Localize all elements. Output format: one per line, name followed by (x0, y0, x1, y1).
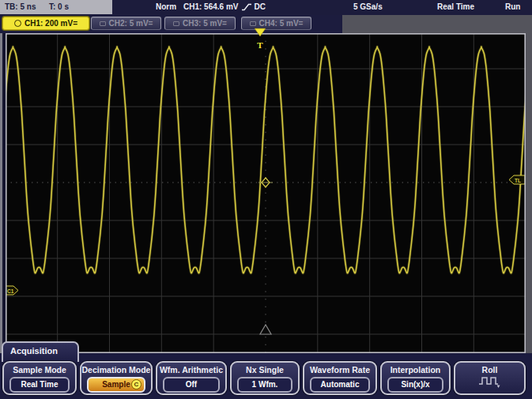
channel-off-icon (100, 21, 106, 26)
softkey-value: Off (163, 377, 220, 393)
softkey-roll[interactable]: Roll (454, 361, 526, 395)
channel-on-icon (14, 20, 21, 27)
softkey-nx-single[interactable]: Nx Single1 Wfm. (230, 361, 300, 395)
trigger-position-marker[interactable]: T (254, 26, 266, 48)
softkey-sample-mode[interactable]: Sample ModeReal Time (2, 361, 77, 395)
channel1-position-marker[interactable]: C1 (6, 286, 18, 295)
timebase-box[interactable]: TB: 5 ns T: 0 s (0, 0, 112, 14)
softkey-label: Waveform Rate (304, 365, 375, 375)
softkey-label: Sample Mode (4, 365, 75, 375)
circled-c-badge: C (131, 379, 141, 390)
trigger-level-marker[interactable]: TL (509, 175, 525, 184)
square-wave-icon (478, 375, 502, 390)
oscilloscope-screen: TB: 5 ns T: 0 s Norm CH1: 564.6 mV DC 5 … (0, 0, 532, 399)
channel-tab-label: CH2: 5 mV= (109, 19, 153, 28)
softkey-value: Automatic (310, 377, 370, 393)
ch1-waveform-glow (6, 47, 526, 273)
softkey-value: Real Time (9, 377, 70, 393)
softkey-value: SampleC (87, 377, 145, 393)
menu-panel-title: Acquisition (2, 341, 79, 362)
channel-off-icon (250, 21, 256, 26)
softkey-label: Wfm. Arithmetic (157, 365, 225, 375)
delay-reference-marker[interactable] (260, 325, 271, 334)
screen-bezel-right (526, 33, 532, 353)
softkey-label: Interpolation (382, 365, 449, 375)
softkey-label: Roll (455, 365, 524, 375)
screen-bezel-left (0, 33, 6, 353)
trigger-letter: T (254, 41, 266, 50)
timebase-value: TB: 5 ns (5, 2, 36, 11)
softkey-value: Sin(x)/x (387, 377, 443, 393)
softkey-label: Nx Single (232, 365, 298, 375)
graticule-display: TLC1 (6, 33, 526, 353)
svg-text:TL: TL (515, 178, 521, 183)
trigger-info: CH1: 564.6 mV DC (183, 2, 266, 11)
channel-tab-ch2[interactable]: CH2: 5 mV= (91, 17, 161, 30)
softkey-waveform-rate[interactable]: Waveform RateAutomatic (303, 361, 377, 395)
sample-rate: 5 GSa/s (353, 2, 383, 11)
softkey-label: Decimation Mode (81, 365, 151, 375)
svg-text:C1: C1 (7, 288, 14, 294)
acquisition-mode-status: Real Time (437, 2, 474, 11)
softkey-wfm-arithmetic[interactable]: Wfm. ArithmeticOff (156, 361, 227, 395)
trigger-coupling-value: DC (254, 2, 265, 11)
channel-tab-ch4[interactable]: CH4: 5 mV= (241, 17, 311, 30)
channel-tab-ch3[interactable]: CH3: 5 mV= (164, 17, 236, 30)
rising-edge-icon (242, 3, 251, 11)
top-status-bar: TB: 5 ns T: 0 s Norm CH1: 564.6 mV DC 5 … (0, 0, 532, 16)
softkey-decimation-mode[interactable]: Decimation ModeSampleC (80, 361, 153, 395)
trigger-level-value: CH1: 564.6 mV (183, 2, 238, 11)
channel-tab-ch1[interactable]: CH1: 200 mV= (2, 17, 89, 30)
trigger-time-value: T: 0 s (49, 2, 69, 11)
channel-tab-label: CH3: 5 mV= (183, 19, 227, 28)
channel-off-icon (173, 21, 179, 26)
run-state: Run (505, 2, 520, 11)
softkey-value: 1 Wfm. (237, 377, 292, 393)
trigger-triangle-icon (254, 28, 266, 37)
trigger-mode: Norm (156, 2, 176, 11)
softkey-menu: Sample ModeReal TimeDecimation ModeSampl… (0, 361, 532, 397)
softkey-interpolation[interactable]: InterpolationSin(x)/x (380, 361, 451, 395)
channel-tab-label: CH1: 200 mV= (25, 19, 77, 28)
